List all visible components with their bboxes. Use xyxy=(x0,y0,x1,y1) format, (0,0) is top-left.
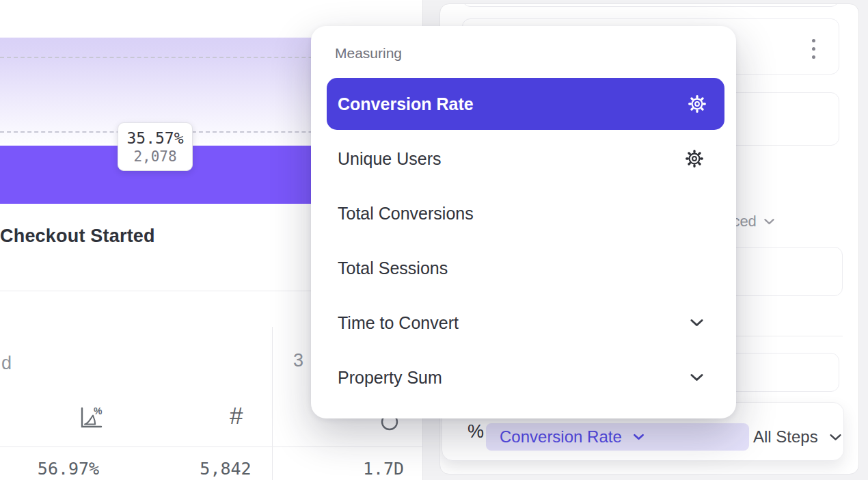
conversion-rate-column-icon: % xyxy=(77,405,104,434)
menu-item-property-sum[interactable]: Property Sum xyxy=(327,357,724,398)
svg-text:%: % xyxy=(94,405,103,416)
chart-tooltip: 35.57% 2,078 xyxy=(118,122,193,171)
chevron-down-icon xyxy=(690,373,704,382)
menu-item-total-conversions[interactable]: Total Conversions xyxy=(327,193,724,234)
cell-time-to-convert: 1.7D xyxy=(332,459,435,479)
steps-dropdown-label: All Steps xyxy=(753,427,818,446)
gear-icon[interactable] xyxy=(685,149,704,168)
menu-item-time-to-convert[interactable]: Time to Convert xyxy=(327,302,724,343)
step-title: Checkout Started xyxy=(0,226,155,247)
app-root: 35.57% 2,078 Checkout Started d 3 % # 56… xyxy=(0,0,868,480)
menu-item-label: Conversion Rate xyxy=(338,94,474,114)
chevron-down-icon xyxy=(829,434,842,441)
tooltip-count: 2,078 xyxy=(133,148,176,165)
cell-count: 5,842 xyxy=(174,459,277,479)
builder-card-top xyxy=(462,3,839,7)
measuring-chip-label: Conversion Rate xyxy=(500,427,622,446)
percent-prefix-label: % xyxy=(467,421,484,442)
menu-item-unique-users[interactable]: Unique Users xyxy=(327,138,724,179)
menu-item-label: Property Sum xyxy=(338,368,442,388)
count-column-icon: # xyxy=(230,402,243,429)
tooltip-percent: 35.57% xyxy=(126,129,183,147)
menu-item-label: Total Sessions xyxy=(338,258,448,278)
step-group-header-right: 3 xyxy=(293,350,303,371)
table-row-divider xyxy=(0,446,422,447)
measuring-dropdown: Measuring Conversion Rate Unique Users xyxy=(311,26,736,418)
steps-dropdown[interactable]: All Steps xyxy=(753,423,842,451)
menu-item-label: Unique Users xyxy=(338,149,441,169)
menu-item-label: Total Conversions xyxy=(338,204,474,224)
chevron-down-icon xyxy=(690,319,704,327)
chevron-down-icon xyxy=(763,218,775,225)
measuring-chip[interactable]: Conversion Rate xyxy=(486,423,749,451)
gear-icon[interactable] xyxy=(688,94,707,114)
menu-item-total-sessions[interactable]: Total Sessions xyxy=(327,248,724,289)
kebab-menu-icon[interactable] xyxy=(812,39,815,59)
table-column-divider xyxy=(272,327,273,480)
step-group-header-left: d xyxy=(1,353,12,374)
menu-item-conversion-rate[interactable]: Conversion Rate xyxy=(327,78,724,130)
cell-conversion-rate: 56.97% xyxy=(17,459,120,479)
chevron-down-icon xyxy=(633,434,645,440)
menu-item-label: Time to Convert xyxy=(338,313,459,333)
measuring-section-label: Measuring xyxy=(335,45,402,62)
